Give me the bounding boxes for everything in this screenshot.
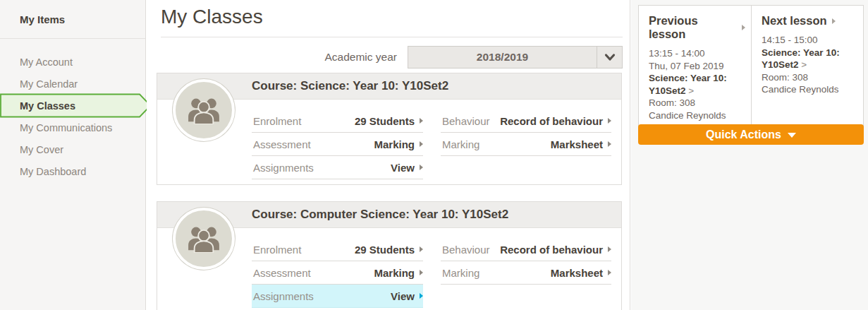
lesson-teacher: Candice Reynolds [762,83,857,96]
course-row-assessment[interactable]: Assessment Marking [252,261,423,285]
chevron-right-icon [420,270,423,275]
sidebar-item-my-account[interactable]: My Account [0,51,145,73]
lesson-course-link[interactable]: Y10Set2 > [762,59,857,71]
row-value-link[interactable]: View [391,290,415,302]
lesson-room: Room: 308 [762,71,857,84]
lessons-widget: Previous lesson 13:15 - 14:00 Thu, 07 Fe… [638,5,864,133]
academic-year-select[interactable]: 2018/2019 [408,46,623,68]
course-row-behaviour[interactable]: Behaviour Record of behaviour [441,238,611,261]
academic-year-row: Academic year 2018/2019 [161,46,623,68]
sidebar-menu: My Account My Calendar My Classes My Com… [0,51,145,182]
lesson-room: Room: 308 [649,97,745,109]
chevron-right-icon [420,141,423,147]
lesson-course-link[interactable]: Science: Year 10: [649,72,745,85]
course-cards: Course: Science: Year 10: Y10Set2 Enrolm… [157,73,622,310]
course-left-column: Enrolment 29 Students Assessment Marking [252,238,423,308]
sidebar: My Items My Account My Calendar My Class… [0,0,146,310]
chevron-right-icon [420,118,423,124]
chevron-right-icon [608,141,611,147]
quick-actions-button[interactable]: Quick Actions [638,124,864,145]
course-right-column: Behaviour Record of behaviour Marking Ma… [441,109,611,179]
academic-year-value: 2018/2019 [408,47,597,68]
row-value-link[interactable]: Marking [374,138,415,150]
row-value-link[interactable]: Record of behaviour [500,244,603,256]
chevron-right-icon [608,246,611,252]
title-divider [161,37,623,37]
page-title: My Classes [161,6,263,28]
sidebar-item-my-cover[interactable]: My Cover [0,138,145,160]
row-value-link[interactable]: Marksheet [551,267,603,279]
academic-year-label: Academic year [161,51,408,64]
course-row-marking[interactable]: Marking Marksheet [441,261,611,285]
sidebar-title: My Items [20,13,65,25]
chevron-right-icon [420,293,423,299]
lesson-course-link[interactable]: Y10Set2 > [649,85,745,97]
course-right-column: Behaviour Record of behaviour Marking Ma… [441,238,611,308]
row-value-link[interactable]: Marksheet [551,138,603,150]
caret-down-icon [788,133,796,138]
sidebar-item-my-dashboard[interactable]: My Dashboard [0,160,145,182]
lesson-time: 14:15 - 15:00 [762,34,857,47]
next-lesson-link[interactable]: Next lesson [762,14,857,28]
chevron-right-icon [608,118,611,124]
sidebar-header: My Items [0,0,145,39]
course-row-enrolment[interactable]: Enrolment 29 Students [252,109,423,133]
course-row-assignments-highlighted[interactable]: Assignments View [252,285,423,308]
course-row-marking[interactable]: Marking Marksheet [441,133,611,156]
sidebar-item-my-communications[interactable]: My Communications [0,117,145,138]
course-title: Course: Science: Year 10: Y10Set2 [252,79,448,93]
course-row-behaviour[interactable]: Behaviour Record of behaviour [441,109,611,133]
row-value-link[interactable]: 29 Students [355,244,415,256]
course-left-column: Enrolment 29 Students Assessment Marking [252,109,423,179]
course-card-science: Course: Science: Year 10: Y10Set2 Enrolm… [157,73,622,185]
previous-lesson-card: Previous lesson 13:15 - 14:00 Thu, 07 Fe… [639,6,751,133]
previous-lesson-link[interactable]: Previous lesson [649,14,745,41]
sidebar-item-my-classes[interactable]: My Classes [0,95,145,117]
chevron-right-icon [608,270,611,275]
course-row-assessment[interactable]: Assessment Marking [252,133,423,156]
course-title: Course: Computer Science: Year 10: Y10Se… [252,208,508,222]
lesson-time: 13:15 - 14:00 [649,47,745,60]
row-value-link[interactable]: Record of behaviour [500,115,603,127]
users-group-icon [173,208,235,270]
lesson-course-link[interactable]: Science: Year 10: [762,47,857,59]
next-lesson-card: Next lesson 14:15 - 15:00 Science: Year … [751,6,863,133]
course-row-enrolment[interactable]: Enrolment 29 Students [252,238,423,261]
course-card-computer-science: Course: Computer Science: Year 10: Y10Se… [157,201,622,310]
row-value-link[interactable]: 29 Students [355,115,415,127]
chevron-right-icon [420,246,423,252]
lesson-teacher: Candice Reynolds [649,109,745,122]
chevron-right-glyph: > [688,85,694,96]
users-group-icon [173,79,235,141]
chevron-right-icon [420,165,423,170]
chevron-right-icon [832,18,836,24]
course-row-assignments[interactable]: Assignments View [252,156,423,179]
right-panel: Previous lesson 13:15 - 14:00 Thu, 07 Fe… [631,0,868,310]
main-content: My Classes Academic year 2018/2019 [147,0,630,310]
chevron-right-icon [742,25,745,30]
row-value-link[interactable]: View [391,162,415,174]
sidebar-item-my-calendar[interactable]: My Calendar [0,73,145,95]
chevron-down-icon[interactable] [597,47,622,68]
chevron-right-glyph: > [801,59,807,70]
lesson-date: Thu, 07 Feb 2019 [649,60,745,73]
row-value-link[interactable]: Marking [374,267,415,279]
